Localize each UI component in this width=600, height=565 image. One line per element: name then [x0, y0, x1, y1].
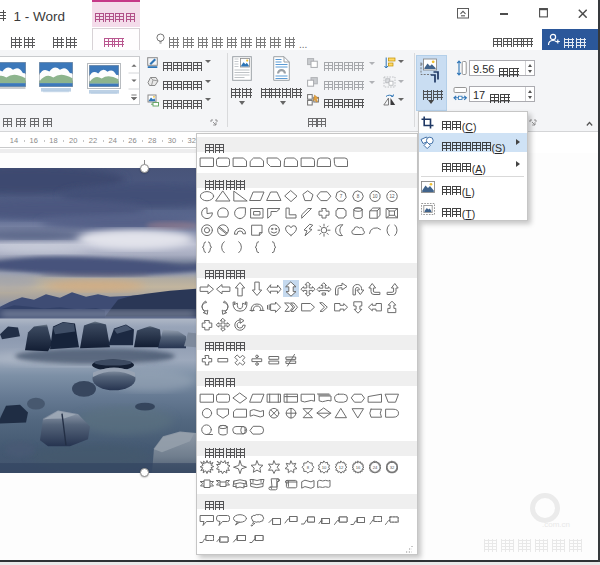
svg-text:10: 10: [372, 194, 378, 199]
svg-text:7: 7: [340, 194, 343, 199]
svg-text:12: 12: [389, 194, 395, 199]
svg-text:12: 12: [339, 465, 344, 470]
svg-text:32: 32: [390, 465, 395, 470]
svg-text:10: 10: [322, 465, 327, 470]
svg-text:24: 24: [373, 465, 378, 470]
svg-text:16: 16: [356, 465, 361, 470]
svg-text:8: 8: [357, 194, 360, 199]
